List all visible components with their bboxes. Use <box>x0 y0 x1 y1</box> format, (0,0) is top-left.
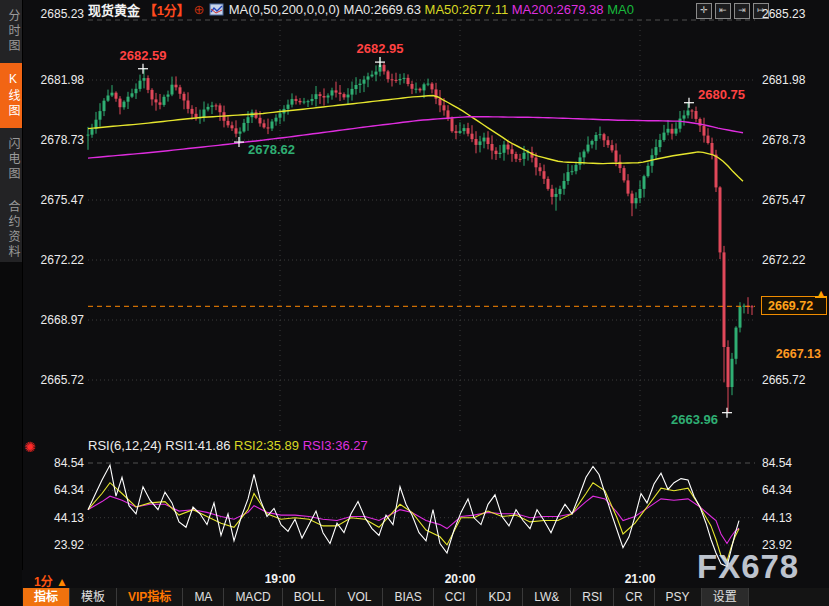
time-label: 21:00 <box>625 572 656 586</box>
toolbar-tab-MA[interactable]: MA <box>183 588 224 606</box>
current-period-label: 1分 <box>34 575 53 589</box>
rsi-label-left: 64.34 <box>22 483 84 497</box>
svg-text:2678.62: 2678.62 <box>248 142 295 157</box>
toolbar-tab-KDJ[interactable]: KDJ <box>477 588 523 606</box>
price-label-right: 2672.22 <box>762 253 805 267</box>
secondary-price-label: 2667.13 <box>776 347 821 361</box>
price-alert-icon[interactable]: ▲ <box>815 289 827 298</box>
svg-text:2663.96: 2663.96 <box>671 412 718 427</box>
rsi-legend: RSI(6,12,24) RSI1:41.86 RSI2:35.89 RSI3:… <box>88 438 368 453</box>
rsi-params-label: RSI(6,12,24) <box>88 438 162 453</box>
candlestick-chart[interactable]: 2682.592682.952680.752678.622663.96 <box>88 14 757 434</box>
rsi-label-right: 23.92 <box>762 538 792 552</box>
toolbar-tab-设置[interactable]: 设置 <box>702 588 749 606</box>
svg-text:2680.75: 2680.75 <box>698 87 745 102</box>
period-up-arrow-icon: ▲ <box>56 575 68 589</box>
corner-filler <box>0 570 22 606</box>
price-label-left: 2665.72 <box>22 373 84 387</box>
current-period-button[interactable]: 1分 ▲ <box>34 572 68 589</box>
price-label-left: 2668.97 <box>22 313 84 327</box>
rsi-indicator-chart[interactable] <box>88 456 757 570</box>
sidebar-filler <box>0 262 22 570</box>
toolbar-tab-PSY[interactable]: PSY <box>655 588 702 606</box>
price-label-right: 2685.23 <box>762 7 805 21</box>
svg-text:2682.59: 2682.59 <box>120 48 167 63</box>
price-label-right: 2678.73 <box>762 133 805 147</box>
sidebar-item-1[interactable]: K线图 <box>0 63 22 128</box>
toolbar-tab-BIAS[interactable]: BIAS <box>383 588 433 606</box>
rsi-label-left: 23.92 <box>22 538 84 552</box>
time-label: 20:00 <box>445 572 476 586</box>
rsi3-value: RSI3:36.27 <box>303 438 368 453</box>
price-label-left: 2672.22 <box>22 253 84 267</box>
price-label-right: 2665.72 <box>762 373 805 387</box>
price-label-left: 2681.98 <box>22 73 84 87</box>
toolbar-tab-LW&[interactable]: LW& <box>523 588 571 606</box>
toolbar-tab-MACD[interactable]: MACD <box>224 588 282 606</box>
toolbar-tab-RSI[interactable]: RSI <box>571 588 614 606</box>
time-label: 19:00 <box>265 572 296 586</box>
toolbar-tab-VOL[interactable]: VOL <box>336 588 383 606</box>
trading-app: 现货黄金 【1分】 ⊕ MA(0,50,200,0,0,0) MA0:2669.… <box>0 0 829 606</box>
sidebar-item-3[interactable]: 合约资料 <box>0 191 22 269</box>
price-label-left: 2678.73 <box>22 133 84 147</box>
sidebar-item-2[interactable]: 闪电图 <box>0 128 22 191</box>
time-axis: 1分 ▲ 19:0020:0021:00 <box>0 570 829 588</box>
rsi-label-left: 84.54 <box>22 456 84 470</box>
rsi-label-right: 64.34 <box>762 483 792 497</box>
indicator-toolbar: 指标模板VIP指标MAMACDBOLLVOLBIASCCIKDJLW&RSICR… <box>0 588 829 606</box>
toolbar-tab-CCI[interactable]: CCI <box>434 588 478 606</box>
rsi-label-right: 44.13 <box>762 511 792 525</box>
toolbar-tab-BOLL[interactable]: BOLL <box>283 588 337 606</box>
rsi-label-right: 84.54 <box>762 456 792 470</box>
toolbar-tab-CR[interactable]: CR <box>614 588 654 606</box>
svg-text:2682.95: 2682.95 <box>357 41 404 56</box>
price-label-left: 2685.23 <box>22 7 84 21</box>
sidebar-item-0[interactable]: 分时图 <box>0 0 22 63</box>
toolbar-tab-模板[interactable]: 模板 <box>70 588 117 606</box>
current-price-box: 2669.72 <box>761 296 827 315</box>
toolbar-tab-VIP指标[interactable]: VIP指标 <box>117 588 183 606</box>
close-indicator-icon[interactable]: ✺ <box>24 439 36 455</box>
toolbar-tab-指标[interactable]: 指标 <box>23 588 70 606</box>
price-label-right: 2675.47 <box>762 193 805 207</box>
rsi1-value: RSI1:41.86 <box>165 438 230 453</box>
rsi2-value: RSI2:35.89 <box>234 438 299 453</box>
price-label-left: 2675.47 <box>22 193 84 207</box>
rsi-label-left: 44.13 <box>22 511 84 525</box>
price-label-right: 2681.98 <box>762 73 805 87</box>
